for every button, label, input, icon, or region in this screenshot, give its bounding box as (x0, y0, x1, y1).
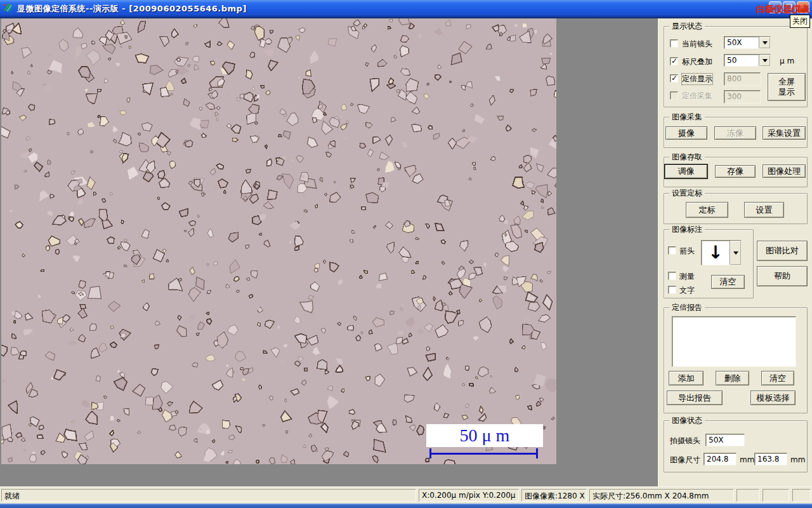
image-height-unit: mm (790, 455, 805, 464)
current-lens-combobox[interactable]: 50X (724, 36, 771, 49)
annotation-clear-button[interactable]: 清空 (711, 275, 745, 289)
group-calibration-title: 设置定标 (669, 188, 705, 199)
arrow-style-dropdown-icon[interactable] (730, 241, 741, 265)
status-empty-2 (763, 489, 789, 502)
close-tooltip: 关闭 (790, 15, 810, 28)
title-bar: 显微图像定倍系统--演示版 - [20090602055646.bmp] _ ❐… (0, 0, 812, 18)
current-lens-value: 50X (724, 37, 759, 48)
scalebar-label: 50 μ m (426, 424, 543, 447)
fixed-display-checkbox[interactable] (670, 74, 678, 83)
text-label: 文字 (679, 285, 695, 296)
scalebar-text: 50 μ m (460, 425, 510, 446)
app-window: 显微图像定倍系统--演示版 - [20090602055646.bmp] _ ❐… (0, 0, 812, 508)
image-size-label: 图像尺寸 (670, 455, 700, 465)
app-icon (3, 3, 14, 13)
status-image-pixels: 图像像素:1280 X 1024 (521, 489, 587, 502)
group-image-capture-title: 图像采集 (669, 112, 705, 123)
ruler-overlay-label: 标尺叠加 (682, 57, 712, 67)
help-button[interactable]: 帮助 (757, 266, 808, 286)
status-actual-size: 实际尺寸:256.0mm X 204.8mm (589, 489, 734, 502)
image-width-unit: mm (740, 455, 754, 464)
watermark-text: 白极仪器仪表 (756, 4, 809, 15)
status-ready: 就绪 (1, 489, 416, 502)
scalebar-tick-left (429, 448, 431, 458)
fixed-capture-input: 300 (724, 90, 761, 104)
text-checkbox[interactable] (668, 286, 676, 294)
arrow-checkbox[interactable] (668, 246, 676, 255)
current-lens-checkbox[interactable] (670, 39, 678, 48)
ruler-overlay-checkbox[interactable] (670, 57, 678, 65)
fixed-capture-checkbox (670, 91, 678, 100)
image-height-value[interactable]: 163.8 (754, 453, 787, 465)
shooting-lens-label: 拍摄镜头 (670, 436, 700, 446)
status-bar: 就绪 X:0.200μ m/pix Y:0.200μ m/pix 图像像素:12… (0, 486, 812, 504)
compare-button[interactable]: 图谱比对 (757, 241, 808, 261)
arrow-style-preview: ↓ (702, 241, 730, 265)
report-add-button[interactable]: 添加 (669, 371, 704, 385)
ruler-unit-label: μ m (780, 57, 794, 65)
camera-button[interactable]: 摄像 (665, 126, 707, 140)
group-image-status-title: 图像状态 (669, 415, 705, 426)
control-panel: 显示状态 当前镜头 50X 标尺叠加 50 μ m 定倍显示 800 定倍采集 … (658, 18, 812, 486)
calibrate-button[interactable]: 定标 (686, 202, 728, 218)
fixed-display-input: 800 (724, 72, 761, 86)
ruler-value-combobox[interactable]: 50 (724, 54, 771, 67)
save-image-button[interactable]: 存像 (715, 165, 756, 178)
status-pixel-scale: X:0.200μ m/pix Y:0.200μ m/pix (419, 489, 519, 502)
image-process-button[interactable]: 图像处理 (763, 164, 806, 178)
calibration-settings-button[interactable]: 设置 (744, 202, 784, 218)
freeze-button: 冻像 (714, 126, 756, 140)
report-clear-button[interactable]: 清空 (761, 371, 794, 385)
scalebar-tick-right (536, 448, 538, 458)
ruler-dropdown-icon[interactable] (759, 55, 770, 66)
current-lens-label: 当前镜头 (682, 39, 712, 50)
fullscreen-button[interactable]: 全屏 显示 (768, 73, 806, 101)
shooting-lens-value[interactable]: 50X (705, 434, 745, 446)
measure-label: 测量 (679, 271, 695, 282)
export-report-button[interactable]: 导出报告 (667, 391, 723, 405)
arrow-style-combobox[interactable]: ↓ (701, 240, 742, 265)
report-list[interactable] (672, 316, 796, 367)
window-title: 显微图像定倍系统--演示版 - [20090602055646.bmp] (17, 3, 247, 15)
group-display-status-title: 显示状态 (669, 21, 705, 32)
report-delete-button[interactable]: 删除 (716, 371, 749, 385)
client-area: 50 μ m 显示状态 当前镜头 50X 标尺叠加 50 (0, 18, 812, 486)
micrograph-image[interactable] (1, 18, 556, 464)
template-select-button[interactable]: 模板选择 (750, 391, 796, 405)
arrow-label: 箭头 (679, 246, 695, 257)
group-image-storage-title: 图像存取 (669, 152, 705, 163)
image-width-value[interactable]: 204.8 (704, 453, 737, 465)
load-image-button[interactable]: 调像 (665, 164, 707, 178)
scalebar-ruler (429, 448, 538, 458)
taskbar-edge (0, 504, 812, 508)
status-empty-3 (792, 489, 811, 502)
ruler-value: 50 (724, 55, 759, 66)
status-empty-1 (737, 489, 759, 502)
scalebar-line (429, 453, 538, 455)
group-annotation-title: 图像标注 (669, 224, 705, 235)
group-report-title: 定倍报告 (669, 302, 705, 313)
capture-settings-button[interactable]: 采集设置 (763, 126, 806, 140)
fixed-capture-label: 定倍采集 (682, 91, 712, 102)
measure-checkbox[interactable] (668, 272, 676, 280)
current-lens-dropdown-icon[interactable] (759, 37, 770, 48)
fixed-display-label: 定倍显示 (682, 74, 712, 84)
